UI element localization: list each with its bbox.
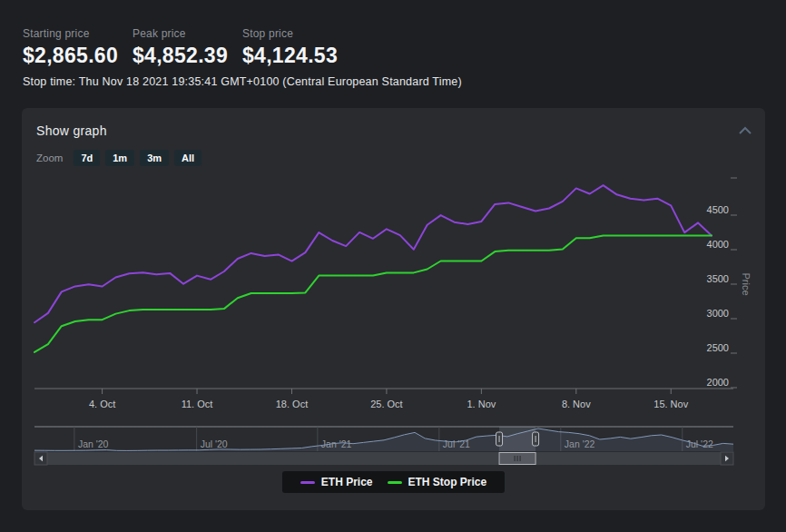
navigator-axis-label: Jul '20 [201, 438, 228, 449]
stat-starting-price: Starting price $2,865.60 [23, 27, 133, 68]
y-axis-label: 4000 [707, 239, 729, 250]
y-axis-label: 4500 [707, 204, 729, 215]
x-axis-label: 4. Oct [89, 399, 115, 409]
price-stats: Starting price $2,865.60 Peak price $4,8… [0, 0, 786, 68]
stat-label: Stop price [242, 27, 352, 40]
stock-chart: 4. Oct11. Oct18. Oct25. Oct1. Nov8. Nov1… [22, 108, 765, 471]
stat-label: Starting price [23, 27, 133, 40]
navigator-selection[interactable] [499, 427, 535, 451]
navigator-axis-label: Jan '20 [78, 438, 109, 449]
stat-value: $4,852.39 [133, 44, 242, 68]
legend-label: ETH Price [321, 476, 373, 488]
x-axis-label: 25. Oct [370, 399, 402, 409]
y-axis-label: 3500 [707, 273, 729, 284]
eth-stop-price-line-marker [388, 481, 402, 484]
x-axis-label: 1. Nov [467, 399, 496, 409]
x-axis-label: 15. Nov [653, 399, 688, 409]
legend-item-eth-stop-price[interactable]: ETH Stop Price [388, 476, 487, 488]
stat-label: Peak price [133, 27, 242, 40]
y-axis-title: Price [741, 272, 752, 295]
legend-item-eth-price[interactable]: ETH Price [300, 476, 373, 488]
main-plot-area[interactable] [34, 178, 712, 389]
stat-value: $4,124.53 [242, 44, 352, 68]
legend-box: ETH Price ETH Stop Price [282, 471, 505, 493]
chart-legend: ETH Price ETH Stop Price [22, 471, 765, 493]
x-axis-label: 11. Oct [182, 399, 213, 409]
eth-price-line-marker [300, 481, 315, 484]
x-axis-label: 18. Oct [276, 399, 308, 409]
graph-card: Show graph Zoom 7d1m3mAll 4. Oct11. Oct1… [22, 108, 765, 510]
stat-peak-price: Peak price $4,852.39 [133, 27, 242, 68]
stop-time-text: Stop time: Thu Nov 18 2021 19:35:41 GMT+… [23, 75, 786, 88]
x-axis-label: 8. Nov [562, 399, 591, 409]
stat-value: $2,865.60 [23, 44, 133, 68]
y-axis-label: 2000 [707, 377, 729, 388]
stat-stop-price: Stop price $4,124.53 [242, 27, 352, 68]
page: Starting price $2,865.60 Peak price $4,8… [0, 0, 786, 532]
y-axis-label: 2500 [707, 342, 729, 353]
y-axis-label: 3000 [707, 308, 729, 319]
scrollbar-track[interactable] [47, 452, 721, 465]
legend-label: ETH Stop Price [408, 476, 487, 488]
